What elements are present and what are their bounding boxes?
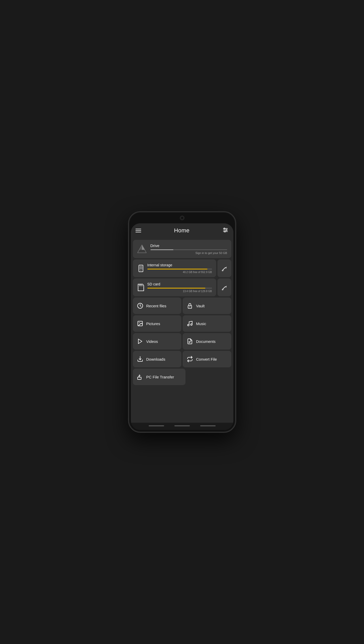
row-pc-transfer: PC File Transfer (133, 369, 231, 385)
downloads-item[interactable]: Downloads (133, 351, 182, 367)
phone-device: Home (128, 211, 236, 433)
internal-storage-fill (147, 269, 207, 269)
volume-down-button (128, 269, 129, 282)
internal-storage-card[interactable]: Internal storage 40.2 GB free of 552.9 G… (133, 259, 216, 277)
svg-rect-10 (140, 266, 142, 269)
downloads-icon (137, 356, 143, 362)
nav-pill-right (200, 425, 216, 426)
row-videos-documents: Videos Documents (133, 333, 231, 350)
documents-item[interactable]: Documents (183, 333, 231, 350)
drive-progress-fill (150, 249, 173, 250)
svg-point-23 (188, 324, 189, 326)
svg-point-11 (140, 270, 141, 271)
app-header: Home (131, 223, 233, 238)
clock-icon (137, 303, 143, 309)
videos-item[interactable]: Videos (133, 333, 182, 350)
svg-point-4 (226, 230, 227, 231)
internal-storage-bar (147, 269, 212, 269)
convert-file-item[interactable]: Convert File (183, 351, 231, 367)
vault-icon (187, 303, 193, 309)
music-icon (187, 320, 193, 327)
menu-button[interactable] (136, 229, 141, 232)
sd-card-fill (147, 288, 206, 289)
videos-icon (137, 338, 143, 344)
nav-pill-center (174, 425, 190, 426)
broom-icon (221, 265, 228, 272)
internal-storage-name: Internal storage (147, 263, 212, 267)
sd-card-clean-button[interactable] (217, 278, 231, 296)
row-pictures-music: Pictures Music (133, 315, 231, 332)
recent-files-item[interactable]: Recent files (133, 298, 182, 314)
pc-file-transfer-item[interactable]: PC File Transfer (133, 369, 186, 385)
pictures-icon (137, 320, 143, 327)
internal-storage-info: Internal storage 40.2 GB free of 552.9 G… (147, 263, 212, 274)
svg-marker-25 (138, 339, 142, 344)
svg-point-5 (224, 231, 225, 232)
sd-card-info: SD card 13.4 GB free of 129.8 GB (147, 282, 212, 293)
pc-file-transfer-label: PC File Transfer (146, 375, 174, 379)
camera-cutout (180, 216, 184, 220)
sd-card-detail: 13.4 GB free of 129.8 GB (147, 290, 212, 293)
sd-card-name: SD card (147, 282, 212, 286)
drive-info: Drive Sign in to get your 50 GB (150, 243, 227, 255)
drive-icon (137, 244, 147, 254)
drive-card[interactable]: Drive Sign in to get your 50 GB (133, 240, 231, 258)
settings-button[interactable] (222, 227, 228, 234)
drive-name: Drive (150, 243, 227, 248)
power-button (235, 258, 236, 276)
documents-label: Documents (196, 339, 216, 344)
drive-progress-bar (150, 249, 227, 250)
svg-point-3 (224, 228, 225, 229)
vault-label: Vault (196, 304, 205, 308)
downloads-label: Downloads (146, 357, 165, 361)
internal-storage-clean-button[interactable] (217, 259, 231, 277)
videos-label: Videos (146, 339, 158, 344)
svg-point-24 (191, 324, 192, 325)
row-downloads-convert: Downloads Convert File (133, 351, 231, 367)
sd-card-card[interactable]: SD card 13.4 GB free of 129.8 GB (133, 278, 216, 296)
broom-icon-2 (221, 284, 228, 291)
drive-subtitle: Sign in to get your 50 GB (150, 251, 227, 255)
content-area: Drive Sign in to get your 50 GB (131, 238, 233, 423)
svg-rect-29 (138, 377, 141, 379)
empty-slot (187, 369, 231, 385)
convert-file-label: Convert File (196, 357, 217, 361)
convert-icon (187, 356, 193, 362)
pictures-label: Pictures (146, 321, 160, 326)
sd-card-bar (147, 288, 212, 289)
phone-screen: Home (131, 223, 233, 430)
music-item[interactable]: Music (183, 315, 231, 332)
row-recent-vault: Recent files Vault (133, 298, 231, 314)
page-title: Home (174, 227, 190, 234)
pictures-item[interactable]: Pictures (133, 315, 182, 332)
phone-storage-icon (137, 265, 145, 272)
internal-storage-detail: 40.2 GB free of 552.9 GB (147, 271, 212, 274)
recent-files-label: Recent files (146, 304, 166, 308)
svg-point-20 (190, 307, 190, 307)
transfer-icon (137, 374, 143, 380)
internal-storage-row: Internal storage 40.2 GB free of 552.9 G… (133, 259, 231, 277)
nav-pill-left (149, 425, 164, 426)
volume-up-button (128, 253, 129, 266)
sd-card-row: SD card 13.4 GB free of 129.8 GB (133, 278, 231, 296)
bottom-navigation-bar (131, 423, 233, 430)
vault-item[interactable]: Vault (183, 298, 231, 314)
svg-point-22 (139, 322, 140, 323)
music-label: Music (196, 321, 206, 326)
sd-card-icon (137, 284, 145, 291)
documents-icon (187, 338, 193, 344)
